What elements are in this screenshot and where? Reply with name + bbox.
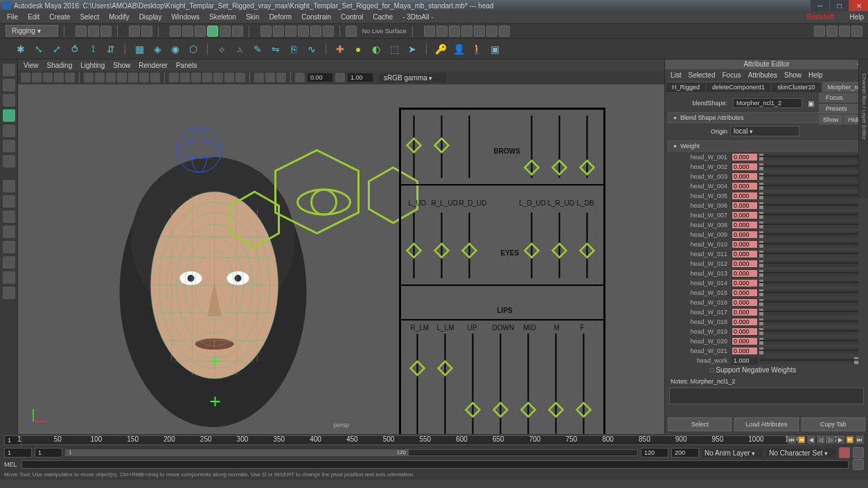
ipr-icon[interactable]	[449, 26, 460, 37]
vp-image-plane-icon[interactable]	[43, 73, 53, 82]
live-surface-icon[interactable]	[346, 26, 357, 37]
weight-value-field[interactable]: 0.000	[732, 260, 758, 268]
quick-rig-icon[interactable]: 👤	[452, 42, 466, 56]
weight-slider[interactable]	[759, 241, 858, 248]
vp-film-gate-icon[interactable]	[95, 73, 105, 82]
redo-icon[interactable]	[141, 26, 152, 37]
step-back-icon[interactable]: ◀	[807, 435, 815, 444]
blend-shape-icon[interactable]: ◉	[168, 42, 182, 56]
menu-constrain[interactable]: Constrain	[297, 12, 335, 22]
range-end-inner[interactable]: 120	[641, 448, 668, 458]
weight-slider[interactable]	[759, 251, 858, 257]
hypershade-icon[interactable]	[474, 26, 485, 37]
weight-slider[interactable]	[759, 212, 858, 219]
channel-box-icon[interactable]	[826, 26, 838, 37]
vp-shadows-icon[interactable]	[213, 73, 223, 82]
ae-lock-icon[interactable]: ▣	[808, 100, 814, 107]
vp-motion-blur-icon[interactable]	[236, 73, 245, 82]
time-slider[interactable]: 1 15010015020025030035040045050055060065…	[0, 434, 868, 446]
ae-select-button[interactable]: Select	[668, 417, 732, 431]
vp-menu-show[interactable]: Show	[113, 62, 130, 69]
human-ik-icon[interactable]: 🚶	[470, 42, 484, 56]
weight-slider[interactable]	[759, 202, 858, 209]
weight-slider[interactable]	[759, 289, 858, 296]
vp-grease-pencil-icon[interactable]	[65, 73, 75, 82]
joint-tool-icon[interactable]: ✱	[14, 42, 28, 56]
minimize-button[interactable]: ─	[810, 0, 829, 11]
select-mode-icon[interactable]	[170, 26, 181, 37]
menu-redshift[interactable]: Redshift	[802, 12, 838, 22]
ae-menu-selected[interactable]: Selected	[689, 71, 716, 79]
menu-control[interactable]: Control	[337, 12, 367, 22]
ae-menu-list[interactable]: List	[671, 71, 682, 79]
menu-skin[interactable]: Skin	[242, 12, 263, 22]
weight-slider[interactable]	[759, 309, 858, 316]
step-back-key-icon[interactable]: ⏪	[797, 435, 806, 444]
menu-windows[interactable]: Windows	[167, 12, 204, 22]
custom-layout-icon[interactable]	[3, 287, 15, 299]
weight-slider[interactable]	[759, 338, 858, 345]
vp-gate-mask-icon[interactable]	[117, 73, 127, 82]
lasso-icon[interactable]	[182, 26, 193, 37]
move-tool-icon[interactable]	[3, 109, 15, 122]
weight-slider[interactable]	[759, 231, 858, 238]
last-tool-icon[interactable]	[3, 155, 15, 168]
save-scene-icon[interactable]	[100, 26, 112, 37]
vp-ao-icon[interactable]	[224, 73, 234, 82]
weight-value-field[interactable]: 0.000	[732, 240, 758, 248]
channel-box-tab[interactable]: Channel Box / Layer Editor	[858, 60, 868, 198]
menu-dtoall[interactable]: - 3DtoAll -	[398, 12, 437, 22]
weight-value-field[interactable]: 0.000	[732, 347, 758, 355]
support-negative-weights[interactable]: ☐ Support Negative Weights	[668, 366, 865, 374]
vp-wireframe-icon[interactable]	[169, 73, 179, 82]
component-icon[interactable]	[207, 26, 218, 37]
constraint-aim-icon[interactable]: ➤	[405, 42, 419, 56]
cluster-icon[interactable]: ◈	[150, 42, 164, 56]
magnet-icon[interactable]	[323, 26, 334, 37]
constraint-point-icon[interactable]: ●	[351, 42, 365, 56]
weight-value-field[interactable]: 0.000	[732, 153, 758, 161]
menu-select[interactable]: Select	[76, 12, 103, 22]
vp-menu-view[interactable]: View	[24, 62, 39, 69]
weight-value-field[interactable]: 0.000	[732, 279, 758, 287]
range-start-inner[interactable]: 1	[35, 448, 62, 458]
character-set-dropdown[interactable]: No Character Set ▾	[766, 449, 836, 458]
select-tool-icon[interactable]	[3, 64, 15, 76]
hik-setup-icon[interactable]: ▣	[488, 42, 502, 56]
undo-icon[interactable]	[129, 26, 140, 37]
anim-layer-dropdown[interactable]: No Anim Layer ▾	[702, 449, 763, 458]
weight-value-field[interactable]: 0.000	[732, 289, 758, 297]
scale-tool-icon[interactable]	[3, 140, 15, 152]
weight-slider[interactable]	[759, 183, 858, 190]
weight-slider[interactable]	[759, 173, 858, 180]
lattice-icon[interactable]: ▦	[132, 42, 146, 56]
section-weight[interactable]: Weight	[668, 141, 865, 152]
ae-menu-attributes[interactable]: Attributes	[748, 71, 777, 79]
menu-create[interactable]: Create	[45, 12, 74, 22]
smooth-weights-icon[interactable]: ∿	[305, 42, 319, 56]
vp-xray-icon[interactable]	[265, 73, 275, 82]
close-button[interactable]: ✕	[849, 0, 868, 11]
weight-slider[interactable]	[759, 318, 858, 325]
ae-menu-focus[interactable]: Focus	[722, 71, 741, 79]
maximize-button[interactable]: □	[829, 0, 849, 11]
ae-copy-tab-button[interactable]: Copy Tab	[801, 417, 865, 431]
blendshape-name-field[interactable]: Morpher_ncl1_2	[733, 98, 802, 108]
origin-dropdown[interactable]: local ▾	[730, 126, 799, 136]
insert-joint-icon[interactable]: ⥀	[68, 42, 82, 56]
weight-slider[interactable]	[759, 280, 858, 287]
render-icon[interactable]	[436, 26, 448, 37]
weight-value-field[interactable]: 0.000	[732, 172, 758, 181]
two-stacked-icon[interactable]	[3, 226, 15, 238]
mirror-weights-icon[interactable]: ⇋	[269, 42, 283, 56]
ae-load-attrs-button[interactable]: Load Attributes	[734, 417, 798, 431]
reroot-icon[interactable]: ⟟	[86, 42, 100, 56]
ae-icon[interactable]	[839, 26, 850, 37]
vp-isolate-icon[interactable]	[254, 73, 264, 82]
vp-2d-pan-icon[interactable]	[54, 73, 64, 82]
weight-value-field[interactable]: 0.000	[732, 211, 758, 219]
menu-display[interactable]: Display	[135, 12, 166, 22]
copy-weights-icon[interactable]: ⎘	[287, 42, 301, 56]
menu-help[interactable]: Help	[845, 12, 868, 22]
constraint-orient-icon[interactable]: ◐	[369, 42, 383, 56]
